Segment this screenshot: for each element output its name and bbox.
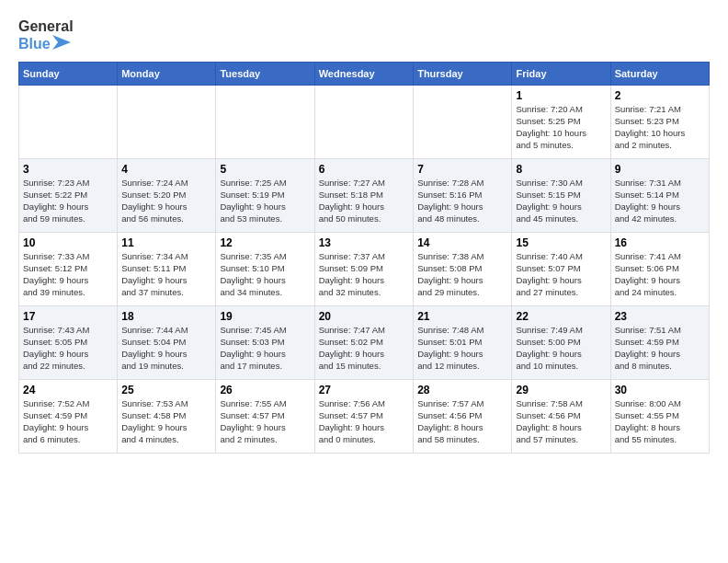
day-info: Sunrise: 7:58 AM Sunset: 4:56 PM Dayligh…	[516, 398, 606, 445]
calendar-cell: 15Sunrise: 7:40 AM Sunset: 5:07 PM Dayli…	[512, 233, 610, 306]
calendar-table: SundayMondayTuesdayWednesdayThursdayFrid…	[18, 62, 710, 454]
calendar-week-2: 3Sunrise: 7:23 AM Sunset: 5:22 PM Daylig…	[19, 159, 710, 233]
weekday-header-wednesday: Wednesday	[314, 63, 413, 86]
logo: GeneralBlue	[18, 18, 74, 52]
day-number: 6	[319, 163, 409, 176]
calendar-cell: 25Sunrise: 7:53 AM Sunset: 4:58 PM Dayli…	[118, 380, 216, 454]
day-info: Sunrise: 7:49 AM Sunset: 5:00 PM Dayligh…	[516, 325, 606, 372]
calendar-week-3: 10Sunrise: 7:33 AM Sunset: 5:12 PM Dayli…	[19, 233, 710, 306]
day-number: 30	[615, 384, 705, 396]
day-info: Sunrise: 7:28 AM Sunset: 5:16 PM Dayligh…	[417, 178, 507, 224]
calendar-cell: 30Sunrise: 8:00 AM Sunset: 4:55 PM Dayli…	[610, 380, 709, 454]
calendar-cell: 14Sunrise: 7:38 AM Sunset: 5:08 PM Dayli…	[414, 233, 512, 306]
day-info: Sunrise: 7:34 AM Sunset: 5:11 PM Dayligh…	[121, 251, 211, 298]
day-number: 16	[615, 236, 705, 249]
weekday-header-sunday: Sunday	[19, 63, 118, 86]
day-info: Sunrise: 8:00 AM Sunset: 4:55 PM Dayligh…	[615, 398, 705, 445]
day-number: 10	[23, 236, 113, 249]
calendar-cell: 26Sunrise: 7:55 AM Sunset: 4:57 PM Dayli…	[216, 380, 314, 454]
day-info: Sunrise: 7:20 AM Sunset: 5:25 PM Dayligh…	[516, 104, 606, 151]
calendar-cell: 5Sunrise: 7:25 AM Sunset: 5:19 PM Daylig…	[216, 159, 314, 233]
day-number: 5	[220, 163, 310, 176]
calendar-cell: 16Sunrise: 7:41 AM Sunset: 5:06 PM Dayli…	[610, 233, 709, 306]
calendar-cell	[19, 86, 118, 159]
calendar-cell: 27Sunrise: 7:56 AM Sunset: 4:57 PM Dayli…	[314, 380, 413, 454]
calendar-cell: 2Sunrise: 7:21 AM Sunset: 5:23 PM Daylig…	[610, 86, 709, 159]
day-number: 2	[615, 89, 705, 102]
day-info: Sunrise: 7:51 AM Sunset: 4:59 PM Dayligh…	[615, 325, 705, 372]
calendar-week-4: 17Sunrise: 7:43 AM Sunset: 5:05 PM Dayli…	[19, 306, 710, 380]
calendar-week-1: 1Sunrise: 7:20 AM Sunset: 5:25 PM Daylig…	[19, 86, 710, 159]
day-info: Sunrise: 7:56 AM Sunset: 4:57 PM Dayligh…	[319, 398, 409, 445]
calendar-cell	[314, 86, 413, 159]
calendar-cell: 29Sunrise: 7:58 AM Sunset: 4:56 PM Dayli…	[512, 380, 610, 454]
day-number: 28	[417, 384, 507, 396]
svg-marker-0	[52, 35, 71, 50]
day-number: 11	[121, 236, 211, 249]
day-number: 19	[220, 310, 310, 323]
calendar-header: SundayMondayTuesdayWednesdayThursdayFrid…	[19, 63, 710, 86]
calendar-cell: 18Sunrise: 7:44 AM Sunset: 5:04 PM Dayli…	[118, 306, 216, 380]
calendar-cell: 4Sunrise: 7:24 AM Sunset: 5:20 PM Daylig…	[118, 159, 216, 233]
day-number: 1	[516, 89, 606, 102]
day-number: 22	[516, 310, 606, 323]
calendar-week-5: 24Sunrise: 7:52 AM Sunset: 4:59 PM Dayli…	[19, 380, 710, 454]
day-info: Sunrise: 7:24 AM Sunset: 5:20 PM Dayligh…	[121, 178, 211, 224]
calendar-cell: 9Sunrise: 7:31 AM Sunset: 5:14 PM Daylig…	[610, 159, 709, 233]
day-number: 26	[220, 384, 310, 396]
day-number: 15	[516, 236, 606, 249]
day-number: 12	[220, 236, 310, 249]
calendar-cell: 1Sunrise: 7:20 AM Sunset: 5:25 PM Daylig…	[512, 86, 610, 159]
day-number: 14	[417, 236, 507, 249]
day-number: 29	[516, 384, 606, 396]
day-number: 17	[23, 310, 113, 323]
day-info: Sunrise: 7:30 AM Sunset: 5:15 PM Dayligh…	[516, 178, 606, 224]
day-info: Sunrise: 7:35 AM Sunset: 5:10 PM Dayligh…	[220, 251, 310, 298]
calendar-cell: 11Sunrise: 7:34 AM Sunset: 5:11 PM Dayli…	[118, 233, 216, 306]
weekday-header-monday: Monday	[118, 63, 216, 86]
day-number: 24	[23, 384, 113, 396]
day-info: Sunrise: 7:55 AM Sunset: 4:57 PM Dayligh…	[220, 398, 310, 445]
day-info: Sunrise: 7:38 AM Sunset: 5:08 PM Dayligh…	[417, 251, 507, 298]
page-header: GeneralBlue	[18, 18, 710, 52]
calendar-cell	[216, 86, 314, 159]
calendar-cell: 3Sunrise: 7:23 AM Sunset: 5:22 PM Daylig…	[19, 159, 118, 233]
day-number: 7	[417, 163, 507, 176]
day-info: Sunrise: 7:37 AM Sunset: 5:09 PM Dayligh…	[319, 251, 409, 298]
day-info: Sunrise: 7:41 AM Sunset: 5:06 PM Dayligh…	[615, 251, 705, 298]
day-info: Sunrise: 7:57 AM Sunset: 4:56 PM Dayligh…	[417, 398, 507, 445]
day-info: Sunrise: 7:27 AM Sunset: 5:18 PM Dayligh…	[319, 178, 409, 224]
day-info: Sunrise: 7:23 AM Sunset: 5:22 PM Dayligh…	[23, 178, 113, 224]
day-number: 18	[121, 310, 211, 323]
calendar-cell: 8Sunrise: 7:30 AM Sunset: 5:15 PM Daylig…	[512, 159, 610, 233]
logo-general: General	[18, 18, 74, 35]
logo-blue: Blue	[18, 35, 74, 53]
day-info: Sunrise: 7:33 AM Sunset: 5:12 PM Dayligh…	[23, 251, 113, 298]
calendar-cell: 13Sunrise: 7:37 AM Sunset: 5:09 PM Dayli…	[314, 233, 413, 306]
day-number: 4	[121, 163, 211, 176]
day-info: Sunrise: 7:31 AM Sunset: 5:14 PM Dayligh…	[615, 178, 705, 224]
weekday-header-saturday: Saturday	[610, 63, 709, 86]
calendar-body: 1Sunrise: 7:20 AM Sunset: 5:25 PM Daylig…	[19, 86, 710, 454]
day-number: 13	[319, 236, 409, 249]
weekday-header-tuesday: Tuesday	[216, 63, 314, 86]
day-info: Sunrise: 7:52 AM Sunset: 4:59 PM Dayligh…	[23, 398, 113, 445]
day-number: 20	[319, 310, 409, 323]
weekday-header-row: SundayMondayTuesdayWednesdayThursdayFrid…	[19, 63, 710, 86]
day-info: Sunrise: 7:47 AM Sunset: 5:02 PM Dayligh…	[319, 325, 409, 372]
day-info: Sunrise: 7:48 AM Sunset: 5:01 PM Dayligh…	[417, 325, 507, 372]
day-info: Sunrise: 7:43 AM Sunset: 5:05 PM Dayligh…	[23, 325, 113, 372]
calendar-cell	[118, 86, 216, 159]
day-info: Sunrise: 7:44 AM Sunset: 5:04 PM Dayligh…	[121, 325, 211, 372]
day-number: 27	[319, 384, 409, 396]
calendar-cell: 22Sunrise: 7:49 AM Sunset: 5:00 PM Dayli…	[512, 306, 610, 380]
day-number: 25	[121, 384, 211, 396]
calendar-cell: 6Sunrise: 7:27 AM Sunset: 5:18 PM Daylig…	[314, 159, 413, 233]
weekday-header-friday: Friday	[512, 63, 610, 86]
weekday-header-thursday: Thursday	[414, 63, 512, 86]
calendar-cell: 24Sunrise: 7:52 AM Sunset: 4:59 PM Dayli…	[19, 380, 118, 454]
day-info: Sunrise: 7:45 AM Sunset: 5:03 PM Dayligh…	[220, 325, 310, 372]
calendar-cell: 19Sunrise: 7:45 AM Sunset: 5:03 PM Dayli…	[216, 306, 314, 380]
day-info: Sunrise: 7:21 AM Sunset: 5:23 PM Dayligh…	[615, 104, 705, 151]
calendar-cell: 20Sunrise: 7:47 AM Sunset: 5:02 PM Dayli…	[314, 306, 413, 380]
